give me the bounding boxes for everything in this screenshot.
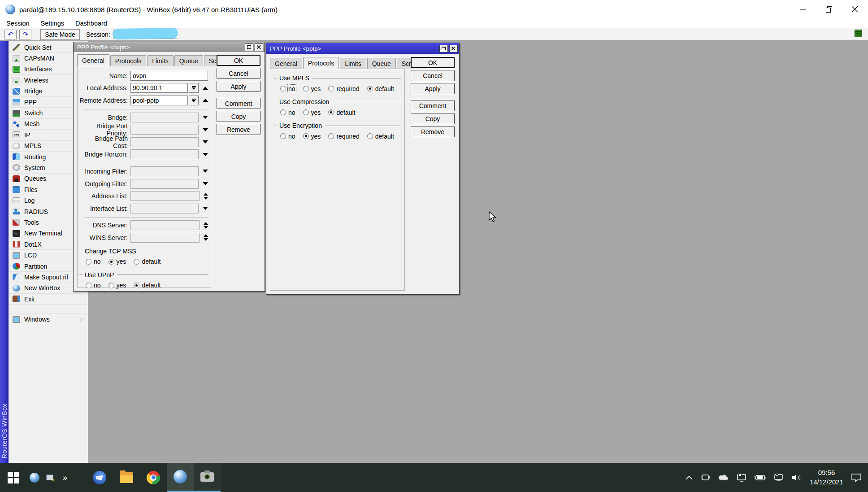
sidebar-item-windows[interactable]: Windows▷	[9, 314, 88, 325]
name-input[interactable]: ovpn	[130, 71, 208, 81]
bridge-horizon-input[interactable]	[130, 149, 199, 159]
monitor-lock-icon[interactable]	[736, 474, 746, 482]
bridge-input[interactable]	[130, 113, 199, 122]
tray-clock[interactable]: 09:56 14/12/2021	[810, 468, 843, 487]
dropdown-apply-icon[interactable]	[189, 83, 199, 93]
copy-button[interactable]: Copy	[411, 113, 455, 124]
radio-option-yes[interactable]: yes	[108, 282, 126, 289]
radio-option-default[interactable]: default	[328, 109, 355, 116]
radio-option-no[interactable]: no	[280, 133, 295, 140]
radio-option-no[interactable]: no	[280, 109, 295, 116]
cancel-button[interactable]: Cancel	[411, 70, 455, 81]
action-center-icon[interactable]	[851, 473, 862, 482]
tab-protocols[interactable]: Protocols	[110, 55, 146, 66]
radio-option-default[interactable]: default	[134, 282, 161, 289]
quicklaunch-winbox[interactable]	[27, 463, 42, 492]
radio-selected-icon[interactable]	[303, 133, 309, 139]
restore-button[interactable]	[816, 0, 842, 19]
dropdown-apply-icon[interactable]	[189, 96, 199, 105]
menu-settings[interactable]: Settings	[41, 20, 64, 27]
radio-icon[interactable]	[367, 133, 373, 139]
dialog-titlebar[interactable]: PPP Profile <ovpn>	[74, 42, 265, 52]
dropdown-arrow-icon[interactable]	[203, 207, 208, 210]
radio-icon[interactable]	[86, 259, 91, 265]
cast-icon[interactable]	[700, 474, 710, 482]
incoming-filter-input[interactable]	[130, 166, 199, 176]
collapse-arrow-icon[interactable]	[203, 87, 208, 90]
dropdown-arrow-icon[interactable]	[203, 153, 208, 156]
dropdown-arrow-icon[interactable]	[203, 182, 208, 185]
taskbar-overflow-button[interactable]: »	[57, 463, 73, 492]
radio-option-default[interactable]: default	[134, 258, 161, 265]
radio-option-yes[interactable]: yes	[108, 258, 126, 265]
radio-option-no[interactable]: no	[86, 282, 101, 289]
radio-option-no[interactable]: no	[280, 85, 295, 92]
spinner-arrows-icon[interactable]	[204, 193, 208, 200]
bridge-port-priority-input[interactable]	[130, 125, 199, 135]
maximize-button[interactable]	[439, 45, 448, 52]
collapse-arrow-icon[interactable]	[203, 99, 208, 102]
comment-button[interactable]: Comment	[217, 98, 260, 109]
sidebar-item-exit[interactable]: Exit	[9, 294, 88, 305]
radio-icon[interactable]	[280, 133, 286, 139]
radio-option-required[interactable]: required	[328, 133, 359, 140]
spinner-arrows-icon[interactable]	[204, 234, 208, 241]
quicklaunch-netinstall[interactable]	[42, 463, 57, 492]
menu-session[interactable]: Session	[6, 20, 30, 27]
close-icon[interactable]	[255, 44, 263, 51]
tab-general[interactable]: General	[77, 54, 109, 66]
dropdown-arrow-icon[interactable]	[203, 140, 208, 144]
bridge-path-cost-input[interactable]	[130, 137, 199, 147]
radio-icon[interactable]	[280, 109, 286, 115]
safe-mode-button[interactable]: Safe Mode	[40, 29, 80, 40]
radio-icon[interactable]	[280, 86, 286, 91]
ok-button[interactable]: OK	[217, 55, 260, 66]
remote-address-input[interactable]: pool-pptp	[130, 96, 188, 105]
radio-selected-icon[interactable]	[367, 86, 373, 91]
spinner-arrows-icon[interactable]	[204, 222, 208, 229]
tab-queue[interactable]: Queue	[174, 55, 203, 66]
taskbar-app-chrome[interactable]	[140, 463, 167, 492]
tab-general[interactable]: General	[270, 58, 302, 69]
radio-option-yes[interactable]: yes	[303, 109, 321, 116]
tab-limits[interactable]: Limits	[147, 55, 174, 66]
tab-protocols[interactable]: Protocols	[303, 57, 339, 69]
interface-list-input[interactable]	[130, 204, 199, 213]
volume-icon[interactable]	[791, 474, 802, 482]
dialog-titlebar[interactable]: PPP Profile <pptp>	[266, 43, 459, 54]
radio-selected-icon[interactable]	[134, 283, 139, 288]
radio-selected-icon[interactable]	[108, 259, 114, 265]
outgoing-filter-input[interactable]	[130, 179, 199, 189]
radio-icon[interactable]	[86, 283, 91, 288]
battery-icon[interactable]	[754, 474, 766, 481]
dropdown-arrow-icon[interactable]	[203, 128, 208, 131]
close-icon[interactable]	[449, 45, 458, 52]
redo-button[interactable]: ↷	[19, 30, 31, 39]
radio-option-default[interactable]: default	[367, 133, 394, 140]
dns-server-input[interactable]	[130, 220, 200, 230]
tab-queue[interactable]: Queue	[367, 58, 396, 69]
maximize-button[interactable]	[245, 44, 253, 51]
copy-button[interactable]: Copy	[217, 111, 260, 122]
taskbar-app-thunderbird[interactable]	[86, 463, 113, 492]
ok-button[interactable]: OK	[411, 57, 455, 68]
taskbar-app-winbox[interactable]	[167, 463, 194, 492]
remove-button[interactable]: Remove	[217, 124, 260, 135]
tray-chevron-up-icon[interactable]	[686, 475, 693, 480]
session-input[interactable]	[113, 30, 179, 39]
radio-selected-icon[interactable]	[328, 109, 334, 115]
onedrive-cloud-icon[interactable]	[718, 474, 729, 481]
undo-button[interactable]: ↶	[4, 30, 17, 39]
dropdown-arrow-icon[interactable]	[203, 116, 208, 119]
start-button[interactable]	[0, 463, 27, 492]
radio-option-default[interactable]: default	[367, 85, 394, 92]
cancel-button[interactable]: Cancel	[217, 68, 260, 79]
remove-button[interactable]: Remove	[411, 126, 455, 137]
radio-icon[interactable]	[303, 109, 309, 115]
radio-option-no[interactable]: no	[86, 258, 101, 265]
radio-icon[interactable]	[303, 86, 309, 91]
radio-icon[interactable]	[108, 283, 114, 288]
menu-dashboard[interactable]: Dashboard	[75, 20, 107, 27]
radio-option-yes[interactable]: yes	[303, 85, 321, 92]
network-icon[interactable]	[773, 474, 784, 482]
